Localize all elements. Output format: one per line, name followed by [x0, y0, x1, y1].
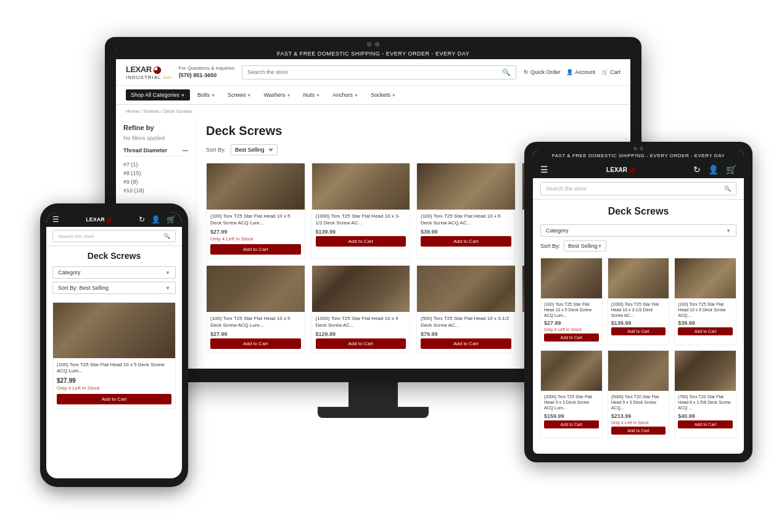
product-image-1: [312, 163, 410, 210]
sort-select[interactable]: Best Selling: [231, 144, 278, 155]
tablet-product-price-2: $39.99: [678, 320, 733, 326]
tablet-cart-icon[interactable]: 🛒: [726, 165, 736, 174]
nav-shop-all-arrow: ▼: [181, 93, 185, 97]
add-to-cart-btn-4[interactable]: Add to Cart: [210, 338, 301, 349]
nav-shop-all[interactable]: Shop All Categories ▼: [126, 89, 190, 100]
sidebar-item-8[interactable]: #8 (15): [123, 169, 188, 178]
tablet-outer: FAST & FREE DOMESTIC SHIPPING - EVERY OR…: [524, 142, 752, 462]
tablet-search-input-wrapper: Search the store 🔍: [540, 182, 736, 195]
tablet-add-to-cart-btn-4[interactable]: Add to Cart: [611, 427, 666, 435]
nav-screws-label: Screws: [228, 92, 246, 98]
nav-anchors[interactable]: Anchors ▼: [328, 89, 363, 100]
tablet-product-price-0: $27.99: [544, 320, 599, 326]
tablet-product-info-5: (760) Torx T20 Star Flat Head 8 x 1-5/8 …: [675, 391, 736, 431]
product-price-4: $27.99: [210, 331, 301, 337]
nav-bolts[interactable]: Bolts ▼: [192, 89, 220, 100]
nav-screws[interactable]: Screws ▼: [223, 89, 256, 100]
tablet-product-name-2: (100) Torx T25 Star Flat Head 10 x 6 Dec…: [678, 301, 733, 318]
sidebar-item-10[interactable]: #10 (19): [123, 186, 188, 195]
nav-washers-label: Washers: [263, 92, 285, 98]
tablet-search-icon[interactable]: 🔍: [724, 186, 731, 192]
desktop-search-input[interactable]: [242, 66, 497, 79]
nav-nuts-arrow: ▼: [316, 93, 320, 97]
breadcrumb-deck-screws: Deck Screws: [163, 108, 192, 114]
quick-order-action[interactable]: ↻ Quick Order: [524, 69, 561, 75]
mobile-product-price: $27.99: [57, 377, 171, 384]
product-price-0: $27.99: [210, 229, 301, 235]
mobile-page-title: Deck Screws: [46, 246, 182, 263]
account-action[interactable]: 👤 Account: [566, 69, 595, 75]
monitor-cameras: [367, 42, 380, 47]
desktop-product-card: (100) Torx T25 Star Flat Head 10 x 6 Dec…: [416, 163, 516, 259]
add-to-cart-btn-0[interactable]: Add to Cart: [210, 244, 301, 255]
sidebar-title: Refine by: [123, 124, 188, 131]
mobile-quick-order-icon[interactable]: ↻: [139, 215, 145, 224]
product-image-6: [417, 266, 515, 312]
product-info-0: (100) Torx T25 Star Flat Head 10 x 5 Dec…: [207, 210, 305, 258]
desktop-contact: For Questions & Inquiries (570) 851-3650: [179, 65, 234, 80]
nav-shop-all-label: Shop All Categories: [131, 92, 179, 98]
nav-sockets[interactable]: Sockets ▼: [366, 89, 401, 100]
nav-washers[interactable]: Washers ▼: [258, 89, 295, 100]
nav-nuts[interactable]: Nuts ▼: [299, 89, 325, 100]
tablet-product-name-5: (760) Torx T20 Star Flat Head 8 x 1-5/8 …: [678, 394, 733, 411]
desktop-search-button[interactable]: 🔍: [497, 66, 516, 79]
contact-phone: (570) 851-3650: [179, 72, 234, 80]
add-to-cart-btn-6[interactable]: Add to Cart: [421, 338, 511, 349]
sidebar-collapse-icon[interactable]: —: [183, 147, 188, 153]
mobile-add-to-cart[interactable]: Add to Cart: [57, 394, 171, 404]
sidebar-no-filters: No filters applied: [123, 135, 188, 141]
mobile-site: ☰ LEXAR ◕ ↻ 👤 🛒: [46, 212, 182, 478]
tablet-quick-order-icon[interactable]: ↻: [693, 165, 701, 174]
sidebar-item-9[interactable]: #9 (8): [123, 178, 188, 186]
tablet-product-image-3: [541, 351, 602, 391]
nav-bolts-label: Bolts: [197, 92, 210, 98]
nav-washers-arrow: ▼: [287, 93, 291, 97]
tablet-screen: FAST & FREE DOMESTIC SHIPPING - EVERY OR…: [533, 150, 744, 454]
desktop-product-card: (500) Torx T25 Star Flat Head 10 x 3-1/2…: [416, 265, 516, 353]
mobile-menu-icon[interactable]: ☰: [52, 215, 59, 224]
nav-screws-arrow: ▼: [247, 93, 251, 97]
cart-action[interactable]: 🛒 Cart: [601, 69, 621, 75]
mobile-sort-select[interactable]: Sort By: Best Selling ▼: [52, 282, 176, 294]
breadcrumb-home[interactable]: Home: [126, 108, 139, 114]
desktop-breadcrumb: Home / Screws / Deck Screws: [116, 105, 630, 118]
mobile-cart-icon[interactable]: 🛒: [167, 215, 176, 224]
breadcrumb-screws[interactable]: Screws: [143, 108, 159, 114]
mobile-account-icon[interactable]: 👤: [151, 215, 160, 224]
mobile-logo-text: LEXAR: [86, 216, 105, 223]
tablet-menu-icon[interactable]: ☰: [540, 165, 548, 174]
add-to-cart-btn-1[interactable]: Add to Cart: [316, 236, 406, 247]
tablet-dot-1: [633, 147, 637, 150]
mobile-sort-chevron: ▼: [165, 285, 170, 291]
tablet-sort-bar: Sort By: Best Selling ▼: [533, 240, 744, 254]
tablet-add-to-cart-btn-3[interactable]: Add to Cart: [544, 420, 599, 428]
monitor-dot-1: [367, 42, 372, 47]
desktop-search-bar[interactable]: 🔍: [242, 65, 516, 80]
tablet-account-icon[interactable]: 👤: [708, 165, 719, 174]
mobile-category-select[interactable]: Category ▼: [52, 266, 176, 279]
tablet-product-price-5: $40.99: [678, 413, 733, 419]
tablet-site: FAST & FREE DOMESTIC SHIPPING - EVERY OR…: [533, 150, 744, 454]
sidebar-item-7[interactable]: #7 (1): [123, 160, 188, 169]
product-name-6: (500) Torx T25 Star Flat Head 10 x 3-1/2…: [421, 316, 511, 329]
tablet-add-to-cart-btn-2[interactable]: Add to Cart: [678, 327, 733, 335]
tablet-add-to-cart-btn-1[interactable]: Add to Cart: [611, 327, 666, 335]
mobile-search-icon[interactable]: 🔍: [163, 233, 170, 239]
tablet-dot-2: [640, 147, 643, 150]
tablet-product-info-2: (100) Torx T25 Star Flat Head 10 x 6 Dec…: [675, 298, 736, 338]
tablet-add-to-cart-btn-0[interactable]: Add to Cart: [544, 334, 599, 342]
tablet-cameras: [633, 147, 643, 150]
tablet-sort-select[interactable]: Best Selling ▼: [564, 240, 606, 252]
add-to-cart-btn-5[interactable]: Add to Cart: [316, 338, 406, 349]
cart-label: Cart: [610, 69, 621, 75]
account-label: Account: [575, 69, 595, 75]
tablet-add-to-cart-btn-5[interactable]: Add to Cart: [678, 420, 733, 428]
product-stock-0: Only 4 Left In Stock: [210, 236, 301, 242]
add-to-cart-btn-2[interactable]: Add to Cart: [421, 236, 511, 247]
desktop-logo: LEXAR ◕ INDUSTRIAL .com: [126, 64, 171, 80]
product-name-0: (100) Torx T25 Star Flat Head 10 x 5 Dec…: [210, 213, 301, 226]
tablet-category-select[interactable]: Category ▼: [540, 224, 736, 237]
logo-lexar-text: LEXAR: [126, 65, 152, 74]
product-name-4: (100) Torx T25 Star Flat Head 10 x 5 Dec…: [210, 316, 301, 329]
